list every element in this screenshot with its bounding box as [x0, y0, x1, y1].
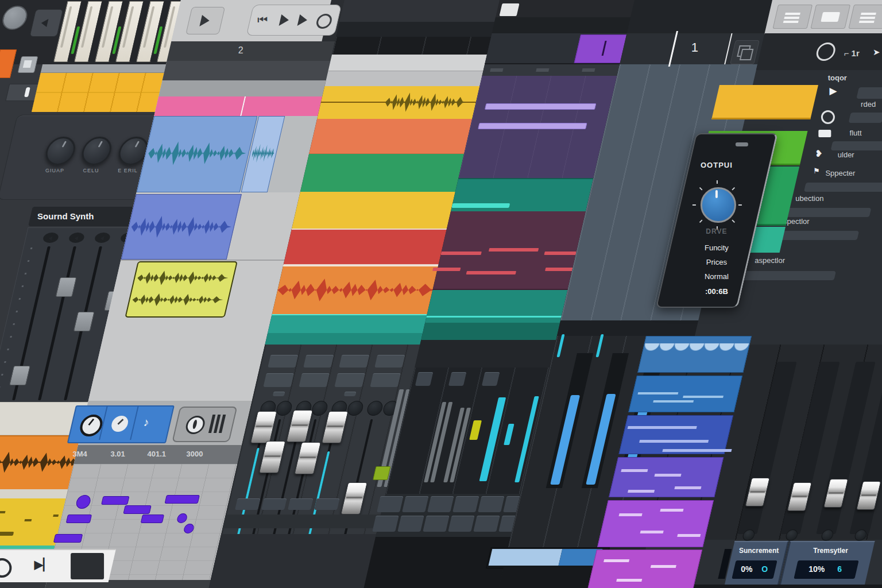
pink-clip[interactable]	[154, 96, 246, 117]
plugin-option[interactable]: Prices	[677, 258, 756, 266]
browser-item[interactable]: ulder	[838, 150, 854, 159]
meter-bars-icon[interactable]	[208, 415, 215, 433]
mixer-slot[interactable]	[370, 373, 401, 387]
midi-note[interactable]	[75, 495, 92, 509]
rewind-button[interactable]: ⏮	[257, 13, 268, 26]
menu-view-button[interactable]	[848, 5, 882, 29]
loop-icon[interactable]	[0, 558, 11, 578]
grid-button[interactable]	[372, 516, 399, 532]
yellow-step-grid[interactable]	[32, 73, 174, 112]
fader-cap[interactable]	[745, 478, 770, 506]
speaker-icon[interactable]	[184, 416, 206, 434]
cursor-icon[interactable]: ⚑	[813, 167, 820, 175]
slider-menu-button[interactable]	[42, 233, 59, 243]
list-view-button[interactable]	[772, 5, 813, 29]
midi-note[interactable]	[141, 514, 164, 523]
midi-note[interactable]	[176, 513, 188, 523]
pattern-ruler[interactable]	[485, 33, 630, 64]
fader-cap[interactable]	[341, 482, 368, 514]
teal-note-region[interactable]	[451, 178, 597, 211]
green-lane[interactable]	[300, 154, 468, 192]
clip-purple[interactable]	[597, 500, 714, 547]
orange-waveform-lane[interactable]	[272, 265, 443, 314]
play-button[interactable]	[185, 7, 225, 34]
scrollbar-track[interactable]	[486, 547, 610, 568]
browser-item[interactable]: Sppecter	[825, 169, 855, 177]
clip-yellow[interactable]	[711, 85, 818, 119]
mixer-button[interactable]	[288, 498, 314, 510]
orange-lane[interactable]	[309, 119, 476, 154]
mixer-slot[interactable]	[334, 373, 365, 387]
record-button[interactable]	[315, 14, 333, 29]
module-value-box[interactable]: 0% O	[732, 560, 777, 579]
grid-button[interactable]	[452, 496, 479, 512]
grid-button[interactable]	[427, 496, 454, 512]
mixer-slot[interactable]	[263, 373, 294, 387]
grid-button[interactable]	[423, 516, 449, 532]
browser-pill[interactable]	[804, 183, 882, 192]
grid-button[interactable]	[473, 516, 500, 532]
pattern-button[interactable]	[71, 553, 104, 579]
browser-item[interactable]: aspectlor	[755, 256, 785, 265]
browser-pill[interactable]	[831, 141, 882, 150]
note-bar[interactable]	[485, 103, 597, 110]
clip-indigo[interactable]	[618, 415, 733, 454]
play-button[interactable]	[297, 14, 309, 26]
fader-cap[interactable]	[259, 441, 286, 473]
browser-pill[interactable]	[856, 87, 882, 99]
panel-view-button[interactable]	[810, 5, 850, 29]
pan-knob[interactable]	[346, 401, 365, 416]
browser-pill[interactable]	[783, 208, 872, 217]
note-icon[interactable]: ♪	[143, 416, 149, 429]
folder-icon[interactable]: ❥	[815, 148, 822, 159]
browser-pill[interactable]	[849, 113, 882, 123]
note-bar[interactable]	[478, 123, 587, 129]
mixer-slot[interactable]	[339, 355, 369, 368]
grid-button[interactable]	[448, 516, 474, 532]
slider-menu-button[interactable]	[94, 233, 111, 243]
fader-cap[interactable]	[856, 481, 881, 510]
pan-knob[interactable]	[311, 401, 329, 416]
play-button[interactable]	[279, 14, 291, 26]
pan-knob[interactable]	[275, 401, 293, 416]
fader-cap[interactable]	[286, 410, 313, 442]
clip-violet[interactable]	[609, 457, 724, 497]
scrollbar-thumb-light[interactable]	[489, 549, 563, 566]
slider-handle[interactable]	[56, 277, 77, 297]
red-note[interactable]	[440, 252, 481, 255]
audio-clip-yellow[interactable]	[125, 261, 238, 318]
midi-note[interactable]	[66, 514, 92, 523]
fader-cap[interactable]	[294, 442, 321, 474]
play-icon[interactable]: ▶	[829, 85, 837, 97]
fader-cap[interactable]	[823, 479, 849, 508]
record-toggle[interactable]	[815, 42, 837, 61]
grid-button[interactable]	[377, 496, 403, 512]
red-note[interactable]	[432, 268, 461, 271]
yellow-lane[interactable]	[292, 192, 459, 229]
minimize-icon[interactable]	[736, 142, 748, 146]
clip-blue[interactable]	[628, 376, 742, 412]
maroon-note-region[interactable]	[432, 211, 590, 290]
bar-ruler[interactable]	[167, 41, 339, 61]
mixer-slot[interactable]	[299, 373, 330, 387]
browser-item[interactable]: ubection	[795, 194, 823, 203]
grid-button[interactable]	[402, 496, 428, 512]
red-note[interactable]	[466, 271, 516, 274]
slider-menu-button[interactable]	[68, 233, 85, 243]
clip-magenta[interactable]	[587, 550, 702, 588]
red-note[interactable]	[489, 248, 539, 252]
white-chip[interactable]	[500, 3, 520, 16]
rect-icon[interactable]	[818, 130, 831, 137]
play-step-icon[interactable]: ▶▏	[34, 558, 52, 571]
fader-cap[interactable]	[787, 482, 813, 511]
stop-button[interactable]	[18, 56, 38, 73]
midi-note[interactable]	[165, 495, 200, 504]
fader-cap[interactable]	[250, 411, 277, 443]
midi-note[interactable]	[53, 534, 83, 543]
pen-icon[interactable]: ➤	[873, 47, 880, 57]
plugin-option[interactable]: Normal	[677, 272, 756, 281]
green-button[interactable]	[373, 466, 391, 480]
yellow-lane[interactable]	[317, 86, 483, 119]
audio-clip-indigo[interactable]	[121, 194, 242, 260]
grid-button[interactable]	[478, 496, 504, 512]
